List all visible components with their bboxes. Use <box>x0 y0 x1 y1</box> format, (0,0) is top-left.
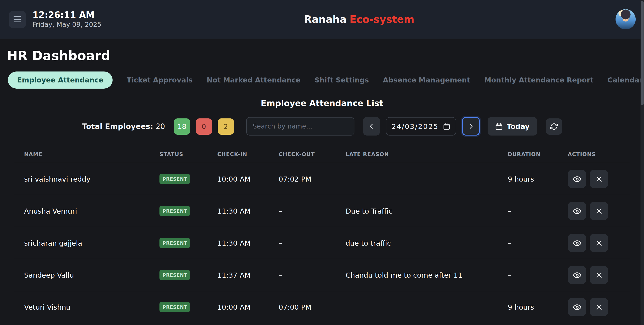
remove-row-button[interactable] <box>590 202 608 220</box>
close-icon <box>595 271 602 279</box>
tab-shift-settings[interactable]: Shift Settings <box>314 76 369 84</box>
close-icon <box>595 207 602 215</box>
view-details-button[interactable] <box>568 234 586 252</box>
refresh-icon <box>550 123 558 130</box>
table-row: Anusha VemuriPRESENT11:30 AM–Due to Traf… <box>14 195 630 227</box>
status-cell: PRESENT <box>160 270 217 280</box>
status-cell: PRESENT <box>160 302 217 312</box>
employee-name: Anusha Vemuri <box>24 207 160 215</box>
employee-name: Veturi Vishnu <box>24 303 160 311</box>
actions-cell <box>568 170 629 188</box>
present-count-badge[interactable]: 18 <box>174 118 190 134</box>
total-employees-label: Total Employees: <box>82 122 153 131</box>
check-out-time: – <box>279 271 346 279</box>
table-row: Sandeep ValluPRESENT11:37 AM–Chandu told… <box>14 259 630 291</box>
remove-row-button[interactable] <box>590 266 608 284</box>
remove-row-button[interactable] <box>590 234 608 252</box>
brand-primary: Ranaha <box>304 14 346 25</box>
current-time: 12:26:11 AM <box>32 10 102 21</box>
column-header-status: STATUS <box>160 151 217 157</box>
table-row: Veturi VishnuPRESENT10:00 AM07:00 PM9 ho… <box>14 291 630 323</box>
tab-ticket-approvals[interactable]: Ticket Approvals <box>126 76 192 84</box>
status-badge: PRESENT <box>160 270 190 280</box>
status-cell: PRESENT <box>160 174 217 184</box>
status-badge: PRESENT <box>160 238 190 248</box>
status-badge: PRESENT <box>160 206 190 216</box>
clock-block: 12:26:11 AM Friday, May 09, 2025 <box>32 10 102 29</box>
tab-monthly-attendance-report[interactable]: Monthly Attendance Report <box>484 76 594 84</box>
search-input[interactable] <box>246 117 354 136</box>
duration: 9 hours <box>508 175 568 183</box>
actions-cell <box>568 202 629 220</box>
controls-row: Total Employees: 20 1802 24/03/2025 Toda… <box>7 117 637 136</box>
employee-name: sricharan gajjela <box>24 239 160 247</box>
tab-calendar-settings[interactable]: Calendar Settings <box>608 76 644 84</box>
date-input[interactable]: 24/03/2025 <box>386 117 456 136</box>
eye-icon <box>573 271 581 279</box>
close-icon <box>595 239 602 247</box>
eye-icon <box>573 175 581 183</box>
tab-absence-management[interactable]: Absence Management <box>383 76 470 84</box>
next-day-button[interactable] <box>462 117 480 136</box>
table-row: sri vaishnavi reddyPRESENT10:00 AM07:02 … <box>14 163 630 195</box>
column-header-check-in: CHECK-IN <box>217 151 279 157</box>
duration: 9 hours <box>508 303 568 311</box>
tab-employee-attendance[interactable]: Employee Attendance <box>8 72 112 89</box>
tab-not-marked-attendance[interactable]: Not Marked Attendance <box>206 76 300 84</box>
actions-cell <box>568 298 629 316</box>
brand-accent: Eco-system <box>350 14 414 25</box>
absent-count-badge[interactable]: 0 <box>196 118 212 134</box>
remove-row-button[interactable] <box>590 298 608 316</box>
duration: – <box>508 239 568 247</box>
table-body: sri vaishnavi reddyPRESENT10:00 AM07:02 … <box>14 163 630 325</box>
eye-icon <box>573 239 581 247</box>
column-header-actions: ACTIONS <box>568 151 629 157</box>
current-date: Friday, May 09, 2025 <box>32 21 102 29</box>
status-cell: PRESENT <box>160 206 217 216</box>
previous-day-button[interactable] <box>363 117 380 136</box>
menu-icon[interactable] <box>9 11 26 28</box>
check-in-time: 10:00 AM <box>217 175 279 183</box>
table-row <box>14 323 630 325</box>
table-header-row: NAMESTATUSCHECK-INCHECK-OUTLATE REASONDU… <box>14 146 630 163</box>
remove-row-button[interactable] <box>590 170 608 188</box>
status-cell: PRESENT <box>160 238 217 248</box>
check-out-time: 07:02 PM <box>279 175 346 183</box>
employee-name: sri vaishnavi reddy <box>24 175 160 183</box>
duration: – <box>508 207 568 215</box>
section-title: Employee Attendance List <box>7 98 637 108</box>
vertical-scrollbar[interactable] <box>640 0 644 325</box>
page-title: HR Dashboard <box>7 48 637 63</box>
check-in-time: 10:00 AM <box>217 303 279 311</box>
main-content: HR Dashboard Employee AttendanceTicket A… <box>0 48 644 325</box>
duration: – <box>508 271 568 279</box>
user-avatar[interactable] <box>616 9 636 29</box>
actions-cell <box>568 266 629 284</box>
check-out-time: 07:00 PM <box>279 303 346 311</box>
check-in-time: 11:37 AM <box>217 271 279 279</box>
view-details-button[interactable] <box>568 266 586 284</box>
view-details-button[interactable] <box>568 202 586 220</box>
attendance-table: NAMESTATUSCHECK-INCHECK-OUTLATE REASONDU… <box>14 146 630 325</box>
late-count-badge[interactable]: 2 <box>218 118 234 134</box>
total-employees-value: 20 <box>156 122 165 131</box>
chevron-left-icon <box>368 123 374 129</box>
late-reason: Chandu told me to come after 11 <box>346 271 508 279</box>
today-button-label: Today <box>507 122 530 131</box>
column-header-check-out: CHECK-OUT <box>279 151 346 157</box>
view-details-button[interactable] <box>568 170 586 188</box>
table-row: sricharan gajjelaPRESENT11:30 AM–due to … <box>14 227 630 259</box>
eye-icon <box>573 207 581 215</box>
check-in-time: 11:30 AM <box>217 239 279 247</box>
today-button[interactable]: Today <box>488 117 537 136</box>
scrollbar-thumb[interactable] <box>641 1 644 105</box>
calendar-icon <box>495 122 503 130</box>
late-reason: due to traffic <box>346 239 508 247</box>
refresh-button[interactable] <box>546 118 562 134</box>
app-window: 12:26:11 AM Friday, May 09, 2025 RanahaE… <box>0 0 644 325</box>
actions-cell <box>568 234 629 252</box>
tab-bar: Employee AttendanceTicket ApprovalsNot M… <box>7 72 637 89</box>
view-details-button[interactable] <box>568 298 586 316</box>
date-value: 24/03/2025 <box>392 122 438 131</box>
calendar-icon[interactable] <box>443 123 450 130</box>
